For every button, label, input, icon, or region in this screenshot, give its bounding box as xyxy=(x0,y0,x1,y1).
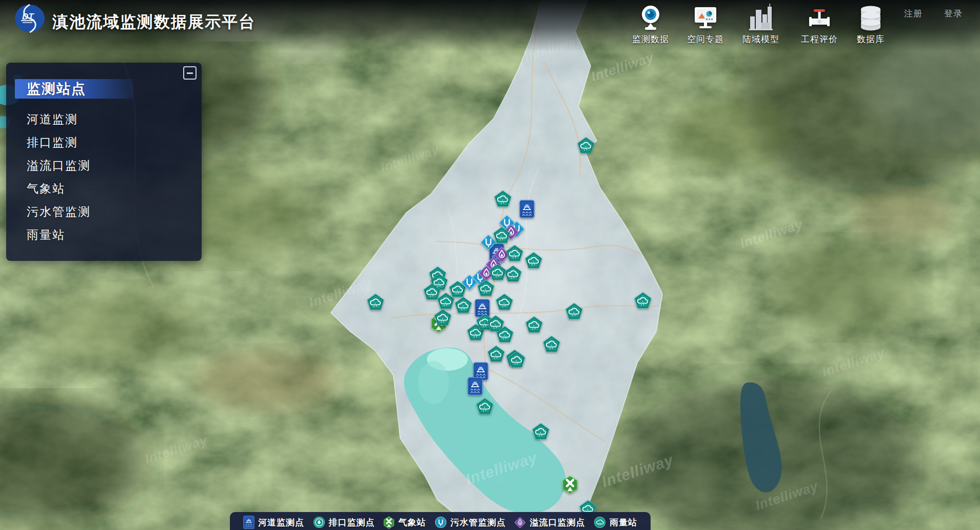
rain-station-marker[interactable] xyxy=(455,297,472,314)
rain-station-marker[interactable] xyxy=(477,280,495,297)
pipe-valve-icon xyxy=(806,2,833,32)
panel-title: 监测站点 xyxy=(15,79,133,99)
outlet-legend-icon xyxy=(313,516,325,528)
rain-station-marker[interactable] xyxy=(496,326,514,343)
sidebar-item-3[interactable]: 溢流口监测 xyxy=(27,154,91,177)
map-legend-bar: 河道监测点 排口监测点 气象站 污水管监测点 溢流口监测点 雨量站 xyxy=(230,512,651,530)
rain-station-marker[interactable] xyxy=(577,137,595,154)
nav-item-5[interactable]: 数据库 xyxy=(837,2,904,45)
auth-links: 注册登录 xyxy=(904,8,963,20)
rain-station-marker[interactable] xyxy=(434,309,452,326)
buildings-icon xyxy=(747,2,775,32)
rain-station-marker[interactable] xyxy=(487,346,505,363)
nav-item-label: 陆域模型 xyxy=(742,33,779,45)
rain-station-marker[interactable] xyxy=(525,316,543,333)
rain-station-marker[interactable] xyxy=(367,294,384,311)
overflow-legend-icon xyxy=(514,517,526,528)
legend-item: 污水管监测点 xyxy=(435,516,506,528)
legend-item: 雨量站 xyxy=(594,516,637,528)
legend-item-label: 气象站 xyxy=(398,517,426,528)
rain-station-marker[interactable] xyxy=(496,294,513,311)
login-link[interactable]: 登录 xyxy=(944,8,963,20)
rain-station-marker[interactable] xyxy=(494,191,512,207)
nav-item-label: 数据库 xyxy=(857,33,885,45)
rain-station-marker[interactable] xyxy=(543,336,560,353)
rain-legend-icon xyxy=(594,516,606,528)
legend-item: 排口监测点 xyxy=(313,516,375,528)
rain-station-marker[interactable] xyxy=(565,303,583,320)
legend-item-label: 溢流口监测点 xyxy=(530,517,585,528)
legend-item-label: 河道监测点 xyxy=(258,517,304,528)
sewage-legend-icon xyxy=(435,516,447,528)
monitor-chart-icon xyxy=(692,2,719,32)
nav-item-label: 工程评价 xyxy=(801,33,838,45)
rain-station-marker[interactable] xyxy=(506,245,523,262)
rain-station-marker[interactable] xyxy=(504,266,522,282)
platform-logo-icon: DT xyxy=(14,4,45,33)
sidebar-item-1[interactable]: 河道监测 xyxy=(27,108,91,131)
rain-station-marker[interactable] xyxy=(489,264,506,281)
nav-item-label: 监测数据 xyxy=(632,33,669,45)
panel-collapse-button[interactable] xyxy=(183,66,197,80)
rain-station-marker[interactable] xyxy=(508,351,525,368)
panel-menu: 河道监测排口监测溢流口监测气象站污水管监测雨量站 xyxy=(27,108,91,247)
river-legend-icon xyxy=(243,516,254,529)
svg-text:DT: DT xyxy=(22,12,34,22)
legend-item: 溢流口监测点 xyxy=(514,517,585,528)
weather-legend-icon xyxy=(383,516,395,529)
rain-station-marker[interactable] xyxy=(493,227,511,244)
app-window: IntelliwayIntelliwayIntelliwayIntelliway… xyxy=(0,0,980,530)
sidebar-item-5[interactable]: 污水管监测 xyxy=(27,200,91,223)
webcam-icon xyxy=(637,2,664,32)
sidebar-item-2[interactable]: 排口监测 xyxy=(27,131,91,154)
monitoring-stations-panel: 监测站点 河道监测排口监测溢流口监测气象站污水管监测雨量站 xyxy=(6,63,202,261)
rain-station-marker[interactable] xyxy=(476,398,494,415)
legend-item: 气象站 xyxy=(383,516,426,529)
legend-item-label: 污水管监测点 xyxy=(450,517,506,528)
database-icon xyxy=(857,2,885,32)
rain-station-marker[interactable] xyxy=(525,252,542,269)
sidebar-item-6[interactable]: 雨量站 xyxy=(27,223,91,247)
top-header-bar: DT 滇池流域监测数据展示平台 监测数据 空间专题 陆域模型 工程评价 数据库 … xyxy=(0,0,980,51)
legend-item-label: 雨量站 xyxy=(610,517,637,528)
nav-item-3[interactable]: 陆域模型 xyxy=(728,2,794,45)
sidebar-item-4[interactable]: 气象站 xyxy=(27,177,91,200)
legend-item-label: 排口监测点 xyxy=(329,517,375,528)
river-station-marker[interactable] xyxy=(467,377,483,395)
river-station-marker[interactable] xyxy=(519,200,535,218)
rain-station-marker[interactable] xyxy=(532,423,550,440)
nav-item-label: 空间专题 xyxy=(687,33,724,45)
rain-station-marker[interactable] xyxy=(634,292,652,309)
legend-item: 河道监测点 xyxy=(243,516,304,529)
register-link[interactable]: 注册 xyxy=(904,8,923,20)
weather-station-marker[interactable] xyxy=(562,476,578,494)
rain-station-marker[interactable] xyxy=(449,281,466,298)
page-title: 滇池流域监测数据展示平台 xyxy=(52,11,256,33)
